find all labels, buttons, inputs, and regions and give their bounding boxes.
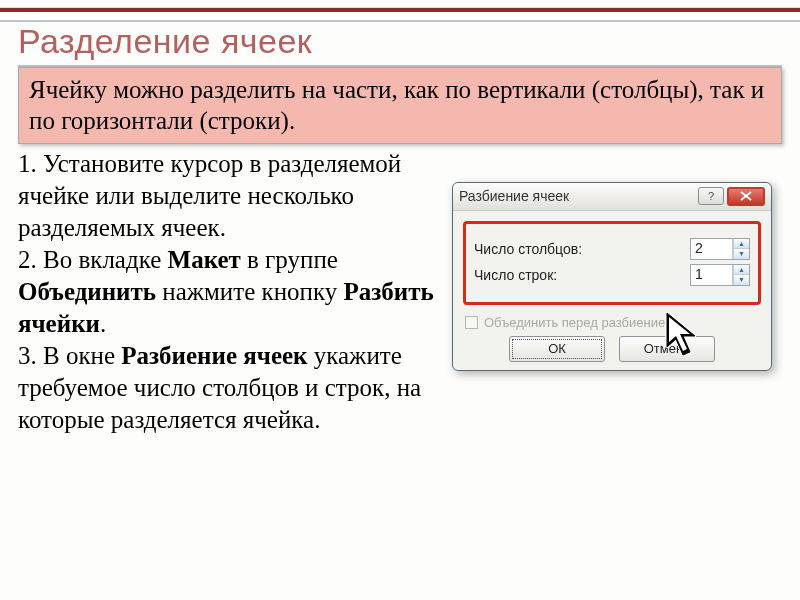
columns-spinner[interactable]: 2 ▲ ▼ xyxy=(690,238,750,260)
columns-down-icon[interactable]: ▼ xyxy=(733,249,749,259)
rows-label: Число строк: xyxy=(474,267,557,283)
step3-b1: Разбиение ячеек xyxy=(121,342,307,369)
step-2: 2. Во вкладке Макет в группе Объединить … xyxy=(18,244,436,340)
step2-pre: 2. Во вкладке xyxy=(18,246,168,273)
step2-b1: Макет xyxy=(168,246,241,273)
rows-value: 1 xyxy=(691,265,733,285)
step2-b2: Объединить xyxy=(18,278,156,305)
columns-up-icon[interactable]: ▲ xyxy=(733,239,749,249)
step-1: 1. Установите курсор в разделяемой ячейк… xyxy=(18,148,436,244)
highlight-box: Ячейку можно разделить на части, как по … xyxy=(18,67,782,144)
rule-gap xyxy=(0,12,800,20)
highlight-frame: Число столбцов: 2 ▲ ▼ Число строк: 1 xyxy=(463,221,761,305)
merge-checkbox[interactable] xyxy=(465,316,478,329)
dialog-title: Разбиение ячеек xyxy=(459,188,695,204)
step2-mid2: нажмите кнопку xyxy=(156,278,343,305)
close-button[interactable] xyxy=(727,187,765,206)
help-icon: ? xyxy=(708,190,714,202)
rows-down-icon[interactable]: ▼ xyxy=(733,275,749,285)
top-chrome xyxy=(0,0,800,8)
merge-checkbox-row[interactable]: Объединить перед разбиением xyxy=(465,315,761,330)
rows-row: Число строк: 1 ▲ ▼ xyxy=(474,264,750,286)
rows-spinner[interactable]: 1 ▲ ▼ xyxy=(690,264,750,286)
columns-value: 2 xyxy=(691,239,733,259)
columns-row: Число столбцов: 2 ▲ ▼ xyxy=(474,238,750,260)
step2-mid: в группе xyxy=(241,246,338,273)
split-cells-dialog: Разбиение ячеек ? Число столбцов: xyxy=(452,182,772,371)
ok-button[interactable]: ОК xyxy=(509,336,605,362)
dialog-body: Число столбцов: 2 ▲ ▼ Число строк: 1 xyxy=(453,211,771,370)
dialog-titlebar: Разбиение ячеек ? xyxy=(453,183,771,211)
step3-pre: 3. В окне xyxy=(18,342,121,369)
help-button[interactable]: ? xyxy=(698,187,724,205)
step-3: 3. В окне Разбиение ячеек укажите требуе… xyxy=(18,340,436,436)
slide-title: Разделение ячеек xyxy=(0,22,800,65)
close-icon xyxy=(739,191,753,201)
steps-text: 1. Установите курсор в разделяемой ячейк… xyxy=(18,148,436,436)
dialog-buttons: ОК Отмена xyxy=(463,336,761,362)
rows-up-icon[interactable]: ▲ xyxy=(733,265,749,275)
content-row: 1. Установите курсор в разделяемой ячейк… xyxy=(18,148,782,436)
cancel-button[interactable]: Отмена xyxy=(619,336,715,362)
merge-checkbox-label: Объединить перед разбиением xyxy=(484,315,674,330)
columns-label: Число столбцов: xyxy=(474,241,582,257)
step2-end: . xyxy=(100,310,106,337)
dialog-column: Разбиение ячеек ? Число столбцов: xyxy=(452,148,782,436)
